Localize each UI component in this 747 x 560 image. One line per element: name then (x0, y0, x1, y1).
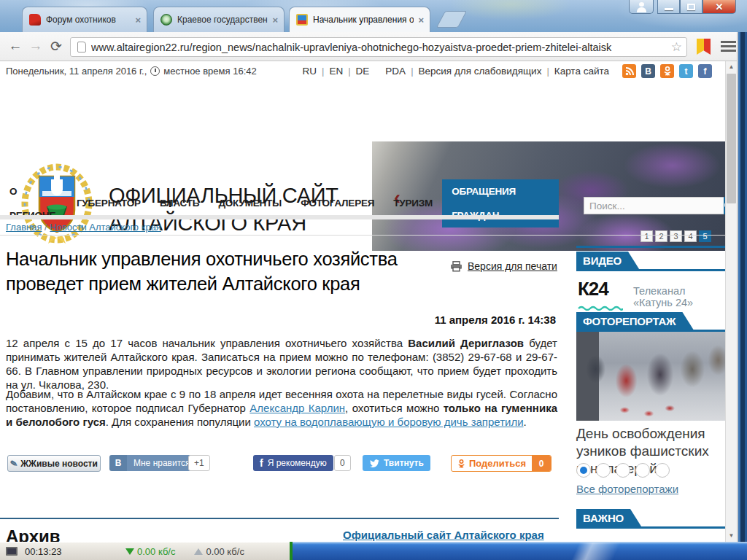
sitemap-link[interactable]: Карта сайта (554, 66, 609, 77)
tab1-favicon-icon (29, 14, 41, 26)
dot-2[interactable] (596, 463, 611, 478)
menu-button[interactable] (721, 41, 736, 52)
taskbar: 00:13:23 0.00 кб/с 0.00 кб/с (0, 542, 747, 560)
nav-underline (0, 215, 559, 219)
slider-page-4[interactable]: 4 (684, 230, 697, 242)
photoreport-dots (576, 463, 670, 478)
facebook-icon[interactable]: f (698, 64, 712, 78)
governor-link[interactable]: Александр Карлин (249, 402, 345, 414)
minimize-button[interactable] (657, 0, 680, 14)
printer-icon (450, 261, 462, 272)
nav-power[interactable]: ВЛАСТЬ (150, 191, 209, 215)
article-paragraph-1: 12 апреля с 15 до 17 часов начальник упр… (6, 336, 557, 392)
person-icon (639, 2, 644, 7)
nav-documents[interactable]: ДОКУМЕНТЫ (209, 191, 291, 215)
twitter-icon[interactable]: t (679, 64, 693, 78)
dot-1-active[interactable] (576, 463, 591, 478)
close-button[interactable]: ✕ (703, 0, 736, 14)
nav-governor[interactable]: ГУБЕРНАТОР (67, 191, 150, 215)
reload-button[interactable]: ⟳ (47, 36, 66, 55)
address-bar[interactable]: www.altairegion22.ru/region_news/nachaln… (70, 37, 687, 57)
minimize-icon (665, 8, 673, 10)
browser-tab-1[interactable]: Форум охотников × (22, 7, 147, 32)
vk-like-counter: +1 (188, 455, 210, 471)
url-text[interactable]: www.altairegion22.ru/region_news/nachaln… (91, 42, 668, 53)
twitter-bird-icon (369, 459, 379, 467)
tab1-title: Форум охотников (46, 15, 131, 25)
bookmark-flag-icon[interactable] (697, 39, 711, 55)
browser-tab-3-active[interactable]: Начальник управления о × (289, 7, 430, 32)
photoreport-thumbnail[interactable] (576, 332, 725, 421)
pda-link[interactable]: PDA (385, 66, 406, 77)
breadcrumb-divider (0, 235, 725, 236)
breadcrumb-news[interactable]: Новости Алтайского края (50, 222, 161, 233)
main-navigation: О РЕГИОНЕ ГУБЕРНАТОР ВЛАСТЬ ДОКУМЕНТЫ ФО… (0, 191, 559, 215)
nav-photogallery[interactable]: ФОТОГАЛЕРЕЯ (291, 191, 384, 215)
ok-person-icon (457, 459, 465, 469)
tab3-close-icon[interactable]: × (418, 15, 424, 26)
scroll-up-icon[interactable]: ▲ (726, 61, 737, 73)
maximize-button[interactable] (680, 0, 703, 14)
pencil-icon: ✎ (9, 458, 18, 470)
slider-pagination: 1 2 3 4 5 (640, 230, 711, 242)
accessibility-link[interactable]: Версия для слабовидящих (419, 66, 542, 77)
nav-region[interactable]: О РЕГИОНЕ (0, 179, 67, 228)
taskbar-blue-area[interactable] (293, 542, 747, 560)
dot-3[interactable] (616, 463, 630, 478)
site-infobar: Понедельник, 11 апреля 2016 г., местное … (0, 61, 725, 80)
monitor-icon (6, 547, 18, 556)
browser-tab-2[interactable]: Краевое государственно × (153, 7, 285, 32)
dot-4[interactable] (635, 463, 650, 478)
footer-divider (0, 518, 559, 519)
profile-button[interactable] (629, 0, 654, 14)
lang-ru[interactable]: RU (303, 66, 317, 77)
nav-tourism[interactable]: ТУРИЗМ (384, 191, 442, 215)
print-version-link[interactable]: Версия для печати (450, 260, 557, 272)
tab1-close-icon[interactable]: × (135, 15, 141, 26)
odnoklassniki-share-button[interactable]: Поделиться 0 (451, 455, 551, 472)
upload-speed: 0.00 кб/с (206, 546, 244, 557)
vk-icon[interactable]: B (641, 64, 655, 78)
connection-timer: 00:13:23 (25, 546, 83, 557)
nav-appeals-active[interactable]: ОБРАЩЕНИЯ ГРАЖДАН (442, 179, 559, 228)
forward-icon: → (29, 38, 43, 54)
breadcrumb: Главная / Новости Алтайского края (6, 222, 161, 233)
forward-button[interactable]: → (26, 36, 45, 55)
dot-5[interactable] (655, 463, 670, 478)
slider-page-3[interactable]: 3 (670, 230, 682, 242)
window-right-border (737, 32, 747, 542)
slider-page-1[interactable]: 1 (640, 230, 653, 242)
local-time: местное время 16:42 (163, 66, 256, 77)
tab2-close-icon[interactable]: × (272, 15, 278, 26)
slider-page-2[interactable]: 2 (655, 230, 667, 242)
photoreport-section-header: ФОТОРЕПОРТАЖ (576, 312, 725, 332)
sidebar-top-line (576, 246, 725, 248)
tweet-button[interactable]: Твитнуть (363, 455, 430, 471)
rss-icon[interactable] (622, 64, 636, 78)
lang-en[interactable]: EN (329, 66, 343, 77)
facebook-recommend-button[interactable]: f Я рекомендую (253, 455, 333, 471)
scroll-down-icon[interactable]: ▼ (726, 530, 737, 542)
network-monitor-widget[interactable]: 00:13:23 0.00 кб/с 0.00 кб/с (0, 542, 290, 560)
bookmark-star-icon[interactable]: ☆ (671, 39, 682, 55)
page-scrollbar[interactable]: ▲ ▼ (725, 61, 737, 542)
odnoklassniki-icon[interactable] (660, 64, 674, 78)
search-input[interactable] (584, 197, 724, 214)
new-tab-button[interactable] (436, 11, 467, 28)
back-button[interactable]: ← (6, 36, 25, 55)
hunting-ban-link[interactable]: охоту на водоплавающую и боровую дичь за… (254, 416, 524, 428)
k24-channel-link[interactable]: Телеканал «Катунь 24» (633, 285, 725, 308)
vk-like-button[interactable]: В Мне нравится (109, 455, 197, 471)
k24-logo[interactable]: К24 (578, 278, 629, 314)
slider-page-5-active[interactable]: 5 (699, 230, 711, 242)
download-arrow-icon (125, 548, 134, 555)
lang-de[interactable]: DE (356, 66, 370, 77)
official-site-link[interactable]: Официальный сайт Алтайского края (343, 529, 544, 541)
person-name-bold: Василий Дериглазов (408, 337, 524, 349)
livejournal-button[interactable]: ✎ ЖЖивые новости (7, 455, 101, 472)
search-box (584, 197, 720, 214)
scrollbar-thumb[interactable] (727, 74, 736, 203)
all-photoreports-link[interactable]: Все фоторепортажи (576, 483, 678, 495)
close-icon: ✕ (716, 1, 724, 12)
breadcrumb-home[interactable]: Главная (6, 222, 42, 233)
